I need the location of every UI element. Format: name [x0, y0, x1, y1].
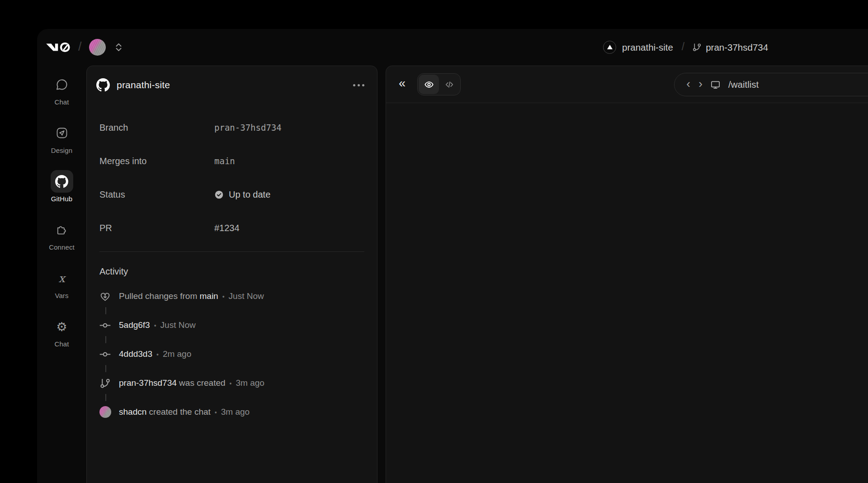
activity-text: 5adg6f3•Just Now — [119, 320, 196, 330]
activity-item: shadcn created the chat•3m ago — [99, 405, 364, 419]
app-window: / pranathi-site / pran-37hsd734 ChatDesi… — [37, 29, 868, 483]
check-circle-icon — [214, 190, 224, 199]
activity-heading: Activity — [99, 266, 364, 277]
gear-icon: ⚙ — [51, 315, 73, 338]
breadcrumb-separator: / — [682, 41, 684, 53]
activity-item: pran-37hsd734 was created•3m ago — [99, 376, 364, 390]
sidebar-item-label: Design — [51, 147, 72, 154]
timeline-connector — [99, 332, 364, 347]
sidebar-item-github[interactable]: GitHub — [51, 170, 73, 203]
github-panel-header: pranathi-site — [87, 66, 377, 104]
chat-icon — [51, 73, 73, 96]
field-row: Merges intomain — [99, 144, 364, 178]
activity-text: Pulled changes from main•Just Now — [119, 291, 264, 301]
field-label: PR — [99, 223, 214, 233]
workspace-switcher: / — [46, 39, 123, 56]
activity-timestamp: Just Now — [229, 291, 264, 301]
sidebar-item-design[interactable]: Design — [51, 122, 73, 154]
github-icon — [96, 78, 110, 92]
dot — [353, 84, 355, 86]
project-selector-button[interactable] — [115, 42, 123, 52]
panel-title: pranathi-site — [117, 80, 170, 90]
activity-item: 4ddd3d3•2m ago — [99, 347, 364, 361]
design-icon — [51, 122, 73, 144]
field-label: Branch — [99, 123, 214, 133]
breadcrumb-branch[interactable]: pran-37hsd734 — [706, 42, 768, 53]
github-panel: pranathi-site Branchpran-37hsd734Merges … — [86, 66, 377, 483]
git-branch-icon — [99, 378, 113, 389]
activity-item: Pulled changes from main•Just Now — [99, 289, 364, 303]
sidebar: ChatDesignGitHubConnectxVars⚙Chat — [37, 66, 86, 483]
activity-timestamp: 3m ago — [221, 407, 250, 417]
field-value: #1234 — [214, 223, 364, 233]
git-pull-icon — [99, 291, 113, 302]
forward-button[interactable]: › — [694, 78, 707, 90]
sidebar-item-label: Chat — [54, 340, 69, 348]
dot — [362, 84, 364, 86]
status-text: Up to date — [229, 189, 270, 200]
field-label: Merges into — [99, 156, 214, 166]
field-row: StatusUp to date — [99, 178, 364, 211]
field-value: main — [214, 156, 364, 166]
commit-icon — [99, 320, 113, 331]
sidebar-item-chat[interactable]: Chat — [51, 73, 73, 106]
content-area: ChatDesignGitHubConnectxVars⚙Chat pranat… — [37, 66, 868, 483]
activity-timestamp: Just Now — [160, 320, 196, 330]
timeline-connector — [99, 303, 364, 318]
activity-timestamp: 2m ago — [163, 349, 191, 359]
sidebar-item-vars[interactable]: xVars — [51, 267, 73, 299]
activity-text: pran-37hsd734 was created•3m ago — [119, 378, 264, 388]
divider — [99, 251, 364, 252]
sidebar-item-chat[interactable]: ⚙Chat — [51, 315, 73, 348]
collapse-panel-button[interactable]: « — [398, 77, 406, 90]
preview-mode-toggle — [417, 73, 461, 95]
vars-icon: x — [51, 267, 73, 289]
user-avatar[interactable] — [89, 39, 106, 56]
topbar-separator: / — [78, 40, 82, 54]
user-avatar — [99, 406, 111, 418]
field-row: PR#1234 — [99, 211, 364, 245]
back-button[interactable]: ‹ — [682, 78, 694, 90]
more-menu-button[interactable] — [352, 81, 365, 89]
sidebar-item-connect[interactable]: Connect — [49, 218, 75, 251]
preview-panel: « ‹ › /waitlist — [386, 66, 868, 483]
activity-text: 4ddd3d3•2m ago — [119, 349, 191, 359]
preview-viewport — [386, 103, 868, 483]
commit-icon — [99, 349, 113, 360]
preview-toggle-eye[interactable] — [419, 75, 439, 94]
url-bar[interactable]: ‹ › /waitlist — [674, 73, 868, 96]
breadcrumb-project[interactable]: pranathi-site — [622, 42, 673, 53]
preview-toggle-code[interactable] — [439, 75, 459, 94]
activity-item: 5adg6f3•Just Now — [99, 318, 364, 332]
branch-info-table: Branchpran-37hsd734Merges intomainStatus… — [99, 111, 364, 245]
breadcrumb: pranathi-site / pran-37hsd734 — [603, 29, 768, 66]
vercel-icon[interactable] — [603, 41, 616, 54]
activity-timestamp: 3m ago — [236, 378, 264, 388]
sidebar-item-label: GitHub — [51, 195, 72, 203]
code-icon — [444, 80, 454, 90]
activity-timeline: Pulled changes from main•Just Now5adg6f3… — [99, 289, 364, 419]
field-row: Branchpran-37hsd734 — [99, 111, 364, 144]
preview-header: « ‹ › /waitlist — [386, 66, 868, 103]
eye-icon — [424, 80, 434, 90]
dot — [358, 84, 360, 86]
timeline-connector — [99, 361, 364, 376]
field-value: Up to date — [214, 189, 364, 200]
url-path[interactable]: /waitlist — [728, 79, 759, 90]
chevron-up-down-icon — [115, 42, 123, 52]
puzzle-icon — [50, 218, 73, 241]
monitor-icon[interactable] — [710, 80, 721, 90]
sidebar-item-label: Vars — [55, 292, 68, 299]
sidebar-item-label: Chat — [54, 98, 69, 106]
activity-text: shadcn created the chat•3m ago — [119, 407, 250, 417]
github-icon — [51, 170, 73, 193]
field-label: Status — [99, 189, 214, 200]
v0-logo-icon[interactable] — [46, 41, 70, 53]
git-branch-icon — [692, 43, 702, 52]
field-value: pran-37hsd734 — [214, 123, 364, 133]
top-bar: / pranathi-site / pran-37hsd734 — [37, 29, 868, 66]
timeline-connector — [99, 390, 364, 405]
sidebar-item-label: Connect — [49, 243, 75, 251]
